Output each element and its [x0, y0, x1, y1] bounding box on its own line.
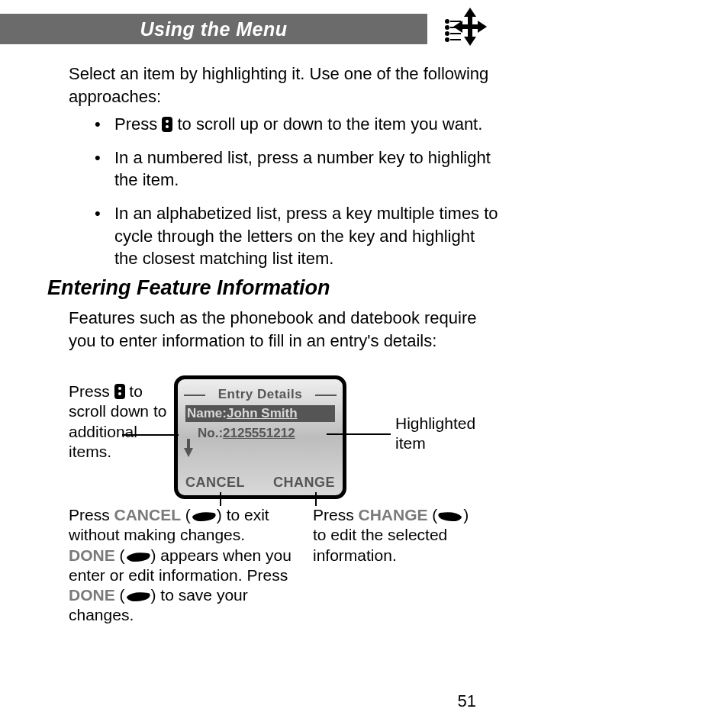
svg-point-0 [446, 20, 449, 23]
softkey-row: CANCEL CHANGE [185, 475, 335, 491]
bullet-1: Press to scroll up or down to the item y… [95, 113, 499, 136]
svg-point-2 [446, 26, 449, 29]
svg-rect-9 [459, 24, 481, 29]
svg-marker-10 [464, 8, 476, 17]
t: Press [313, 506, 359, 523]
callout-cancel: Press CANCEL () to exit without making c… [69, 505, 298, 626]
bullet-2: In a numbered list, press a number key t… [95, 147, 499, 192]
scroll-key-icon [114, 384, 125, 399]
cancel-softkey-name: CANCEL [114, 506, 182, 523]
t: ( [115, 586, 125, 604]
phone-screen: Entry Details Name:John Smith No.:212555… [174, 375, 346, 499]
menu-scroll-icon [443, 6, 488, 49]
intro-text: Select an item by highlighting it. Use o… [69, 63, 496, 108]
page-banner: Using the Menu [0, 14, 427, 44]
name-value: John Smith [227, 406, 298, 420]
bullet-list: Press to scroll up or down to the item y… [95, 113, 499, 281]
left-softkey-icon [125, 551, 151, 563]
svg-marker-12 [453, 21, 462, 33]
name-label: Name: [187, 406, 227, 420]
section-heading: Entering Feature Information [47, 276, 330, 300]
svg-marker-11 [464, 37, 476, 46]
page-number: 51 [458, 691, 476, 711]
right-softkey-icon [437, 511, 463, 523]
done-softkey-name: DONE [69, 586, 115, 604]
scroll-key-icon [162, 117, 172, 132]
svg-marker-13 [478, 21, 487, 33]
softkey-change: CHANGE [273, 475, 335, 491]
done-softkey-name: DONE [69, 546, 115, 564]
connector-line [315, 492, 317, 506]
callout-change: Press CHANGE () to edit the selected inf… [313, 505, 481, 565]
callout-highlighted: Highlighted item [395, 414, 494, 454]
number-label: No.: [198, 426, 223, 440]
t: ( [428, 506, 438, 523]
page-banner-title: Using the Menu [140, 18, 287, 40]
svg-point-4 [446, 32, 449, 35]
t: ( [181, 506, 191, 523]
scroll-down-arrow-icon [184, 448, 193, 457]
phone-screen-title: Entry Details [185, 387, 335, 402]
change-softkey-name: CHANGE [359, 506, 428, 523]
left-softkey-icon [191, 511, 217, 523]
bullet-1-text-b: to scroll up or down to the item you wan… [172, 114, 482, 134]
t: ( [115, 546, 125, 564]
t: Press [69, 506, 114, 523]
section-text: Features such as the phonebook and dateb… [69, 307, 496, 352]
bullet-1-text-a: Press [114, 114, 162, 134]
softkey-cancel: CANCEL [185, 475, 245, 491]
left-softkey-icon [125, 591, 151, 603]
svg-point-6 [446, 38, 449, 41]
bullet-3: In an alphabetized list, press a key mul… [95, 202, 499, 270]
connector-line [220, 492, 221, 506]
number-value: 2125551212 [223, 426, 295, 440]
connector-line [327, 433, 391, 435]
phone-row-number: No.:2125551212 [185, 425, 335, 442]
phone-row-name: Name:John Smith [185, 405, 335, 422]
callout-scroll: Press to scroll down to additional items… [69, 382, 168, 462]
callout-scroll-a: Press [69, 382, 114, 400]
